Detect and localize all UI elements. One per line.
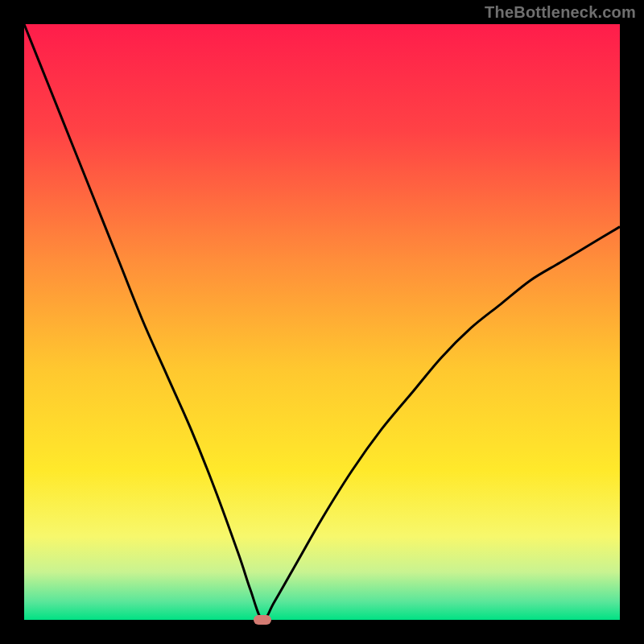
- chart-frame: TheBottleneck.com: [0, 0, 644, 644]
- minimum-marker: [254, 615, 271, 625]
- watermark-text: TheBottleneck.com: [485, 3, 636, 22]
- bottleneck-curve: [24, 24, 620, 620]
